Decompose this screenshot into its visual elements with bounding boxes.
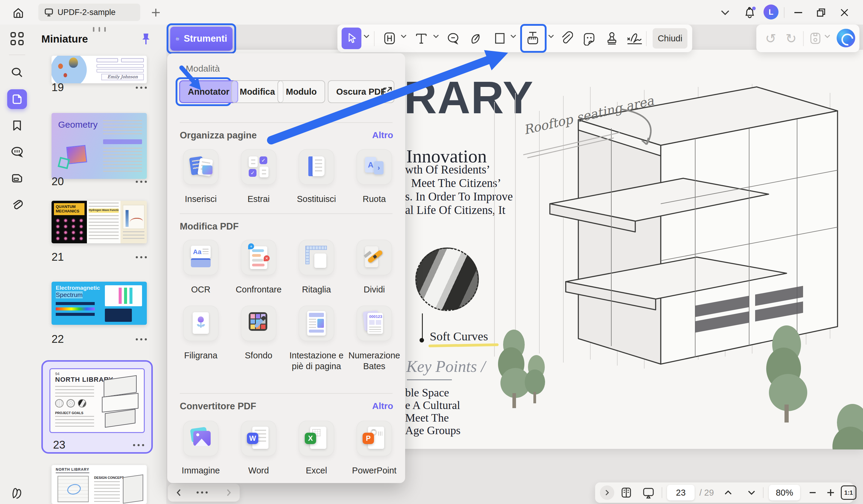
convertitore-more-link[interactable]: Altro — [372, 401, 393, 411]
stamp-tool-button[interactable] — [602, 29, 622, 48]
section-divider — [180, 213, 392, 214]
prev-page-button[interactable] — [173, 487, 184, 498]
attachment-tool-button[interactable] — [557, 29, 576, 48]
zoom-out-button[interactable] — [805, 486, 821, 500]
expand-statusbar-button[interactable] — [600, 486, 614, 500]
comment-bubble-icon — [10, 146, 24, 158]
close-button[interactable] — [838, 6, 851, 19]
measure-tool-chevron[interactable] — [548, 34, 554, 38]
rail-item-swatches[interactable] — [7, 483, 27, 503]
rail-item-menu[interactable] — [7, 29, 27, 49]
thumb-menu-button[interactable] — [136, 87, 147, 89]
next-page-button[interactable] — [224, 487, 234, 498]
rail-item-search[interactable] — [7, 63, 27, 83]
highlight-tool-button[interactable] — [380, 29, 399, 48]
document-tab[interactable]: UPDF-2-sample — [38, 4, 140, 21]
rail-item-bookmarks[interactable] — [7, 116, 27, 136]
tool-tile-estrai[interactable]: ✓ ✓ — [241, 149, 276, 185]
shapes-tool-chevron[interactable] — [510, 34, 516, 38]
tool-tile-sostituisci[interactable] — [299, 149, 334, 185]
pen-tool-button[interactable] — [466, 29, 486, 48]
highlight-tool-chevron[interactable] — [400, 34, 407, 38]
tool-tile-word[interactable]: W — [241, 421, 276, 456]
save-button[interactable] — [807, 29, 824, 48]
select-tool-chevron[interactable] — [363, 34, 370, 38]
open-in-window-button[interactable] — [379, 83, 396, 100]
select-tool-button[interactable] — [342, 28, 361, 49]
thumbnail-page-24[interactable]: NORTH LIBRARY DESIGN CONCEPT — [51, 465, 147, 504]
rail-item-attachments-page[interactable] — [7, 168, 27, 188]
tool-tile-excel[interactable]: X — [299, 421, 334, 456]
key-line: Age Groups — [405, 424, 461, 437]
tool-tile-inserisci[interactable] — [183, 149, 218, 185]
pin-panel-button[interactable] — [140, 33, 152, 46]
restore-button[interactable] — [814, 6, 828, 19]
notification-dot — [752, 7, 756, 10]
next-page-chevron[interactable] — [744, 486, 759, 500]
shapes-tool-button[interactable] — [490, 29, 510, 48]
ai-assistant-button[interactable] — [837, 29, 855, 47]
undo-button[interactable]: ↺ — [761, 29, 780, 48]
tool-tile-filigrana[interactable] — [183, 306, 218, 341]
presentation-button[interactable] — [641, 486, 656, 500]
thumb19-balloon — [58, 64, 63, 69]
user-avatar[interactable]: L — [764, 4, 778, 20]
rail-item-paperclip[interactable] — [7, 194, 27, 214]
measure-tool-button[interactable] — [523, 29, 542, 48]
key-points-rule — [407, 379, 452, 380]
save-options-chevron[interactable] — [824, 34, 831, 38]
thumbnail-page-23-selected[interactable]: 94 NORTH LIBRARY PROJECT GOALS 23 — [41, 360, 153, 454]
tile-label-filigrana: Filigrana — [172, 350, 229, 361]
tool-tile-intestazione[interactable] — [299, 306, 334, 341]
thumb-menu-button[interactable] — [136, 256, 147, 258]
thumb-menu-button[interactable] — [136, 181, 147, 183]
rail-item-comments[interactable] — [7, 142, 27, 162]
thumbnail-page-22[interactable]: Electromagnetic Spectrum — [51, 282, 147, 325]
collapse-toolbar-button[interactable] — [718, 6, 732, 19]
organizza-more-link[interactable]: Altro — [372, 130, 393, 140]
notifications-button[interactable] — [743, 6, 756, 19]
tool-tile-sfondo[interactable] — [241, 306, 276, 341]
tool-tile-ritaglia[interactable] — [299, 240, 334, 275]
panel-drag-handle[interactable] — [93, 27, 106, 32]
mode-button-modulo[interactable]: Modulo — [277, 80, 325, 103]
tool-tile-ocr[interactable]: Aa — [183, 240, 218, 275]
text-tool-chevron[interactable] — [433, 34, 439, 38]
zoom-in-button[interactable] — [823, 486, 838, 500]
redo-button[interactable]: ↻ — [781, 29, 801, 48]
tile-label-dividi: Dividi — [346, 284, 403, 295]
tool-tile-bates[interactable]: 000123 — [357, 306, 392, 341]
text-tool-button[interactable] — [412, 29, 431, 48]
tool-tile-powerpoint[interactable]: P — [357, 421, 392, 456]
tools-button[interactable]: Strumenti — [170, 27, 233, 51]
minimize-button[interactable] — [792, 6, 805, 19]
thumbnail-page-20[interactable]: Geometry — [51, 113, 147, 179]
page-number-input[interactable]: 23 — [667, 485, 695, 500]
close-annotation-button[interactable]: Chiudi — [653, 28, 687, 49]
tool-tile-ruota[interactable]: A › — [357, 149, 392, 185]
tool-tile-immagine[interactable] — [183, 421, 218, 456]
mode-button-annotator[interactable]: Annotator — [179, 80, 238, 103]
tool-tile-dividi[interactable] — [357, 240, 392, 275]
thumb-menu-button[interactable] — [133, 444, 144, 446]
thumb21-lines — [123, 231, 145, 241]
signature-tool-button[interactable] — [625, 29, 644, 48]
actual-size-button[interactable]: 1:1 — [841, 486, 856, 500]
page-layout-button[interactable] — [618, 486, 634, 500]
nav-more-button[interactable] — [197, 491, 208, 493]
home-button[interactable] — [10, 5, 26, 21]
previous-page-chevron[interactable] — [721, 486, 736, 500]
tool-tile-confrontare[interactable]: + ✕ — [241, 240, 276, 275]
ocr-scanner — [191, 258, 211, 267]
rail-item-thumbnails[interactable] — [7, 89, 27, 109]
thumb21-highlight: Hydrogen Wave Function — [89, 209, 118, 213]
thumb-menu-button[interactable] — [136, 338, 147, 340]
stamp-icon — [605, 31, 619, 46]
thumbnail-page-21[interactable]: QUANTUM MECHANICS Hydrogen Wave Function — [51, 201, 147, 243]
zoom-input[interactable]: 80% — [769, 485, 800, 500]
mode-button-modifica[interactable]: Modifica — [232, 80, 284, 103]
comment-tool-button[interactable] — [443, 29, 463, 48]
sticker-tool-button[interactable] — [579, 29, 599, 48]
new-tab-button[interactable] — [150, 7, 162, 18]
thumbnail-page-19[interactable]: Emily Johnson — [51, 56, 147, 83]
